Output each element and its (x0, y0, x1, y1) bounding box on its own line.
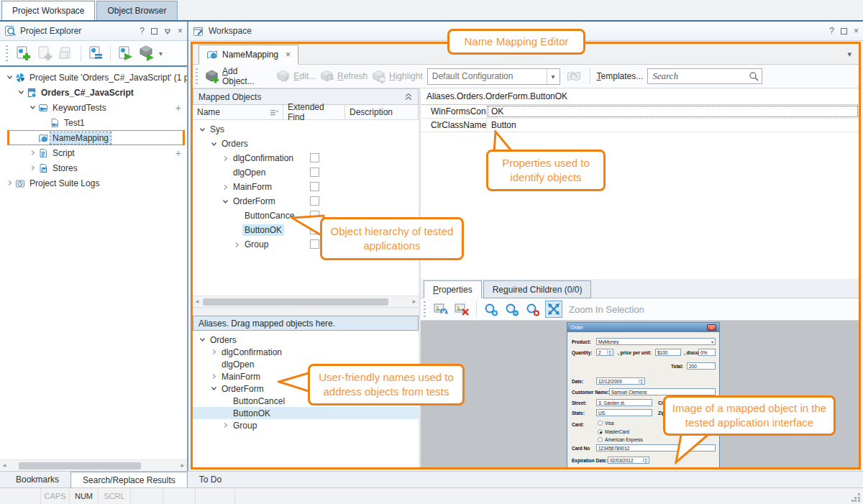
chevron-collapsed-icon[interactable] (220, 422, 231, 429)
tab-properties[interactable]: Properties (424, 280, 482, 298)
scrollbar-thumb[interactable] (19, 462, 141, 469)
tab-list-caret-icon[interactable]: ▾ (847, 50, 851, 59)
maximize-icon[interactable] (151, 28, 157, 35)
run-project-button[interactable] (116, 44, 134, 63)
chevron-expanded-icon[interactable] (16, 89, 27, 96)
open-item-button[interactable] (57, 44, 76, 63)
chevron-collapsed-icon[interactable] (209, 373, 219, 380)
bottom-tab-bookmarks[interactable]: Bookmarks (4, 472, 70, 487)
help-icon[interactable]: ? (829, 27, 834, 35)
property-row-clrclassname[interactable]: ClrClassNameButton (421, 119, 859, 132)
search-field[interactable] (647, 68, 762, 84)
tree-item-project-suite-logs[interactable]: Project Suite Logs (0, 175, 187, 191)
configuration-select[interactable]: Default Configuration ▾ (427, 68, 560, 85)
tree-item-mainform[interactable]: MainForm (193, 180, 419, 194)
add-child-icon[interactable]: + (175, 147, 181, 159)
tree-item-orders[interactable]: Orders (193, 334, 419, 346)
add-child-icon[interactable]: + (175, 102, 181, 114)
tree-item-orders-c-javascript[interactable]: Orders_C#_JavaScript (0, 85, 187, 100)
organize-tests-button[interactable] (86, 44, 105, 63)
extended-find-checkbox[interactable] (310, 168, 319, 177)
update-image-button[interactable] (432, 301, 449, 318)
tree-item-dlgconfirmation[interactable]: dlgConfirmation (193, 151, 419, 165)
toolbar-grip[interactable] (6, 45, 8, 61)
help-icon[interactable]: ? (140, 27, 145, 35)
tab-close-icon[interactable]: × (283, 50, 291, 60)
search-input[interactable] (652, 70, 749, 82)
property-value[interactable]: Button (487, 119, 859, 132)
tab-required-children-0-0[interactable]: Required Children (0/0) (483, 280, 592, 298)
collapse-panel-icon[interactable] (404, 93, 413, 101)
zoom-in-selection-button[interactable] (545, 301, 562, 318)
chevron-collapsed-icon[interactable] (232, 242, 242, 248)
add-item-button[interactable] (35, 44, 54, 63)
scroll-left-icon[interactable]: ◄ (194, 299, 200, 305)
project-explorer-hscrollbar[interactable]: ◄ ► (0, 459, 187, 471)
column-header-name[interactable]: Name (193, 105, 283, 119)
chevron-collapsed-icon[interactable] (209, 349, 219, 355)
chevron-expanded-icon[interactable] (4, 74, 15, 81)
chevron-expanded-icon[interactable] (209, 141, 219, 147)
toolbar-grip[interactable] (424, 301, 426, 317)
zoom-reset-button[interactable] (524, 301, 542, 318)
chevron-expanded-icon[interactable] (220, 198, 231, 205)
extended-find-checkbox[interactable] (310, 153, 319, 162)
chevron-expanded-icon[interactable] (209, 385, 219, 392)
tree-item-group[interactable]: Group (193, 419, 419, 431)
bottom-tab-search-replace-results[interactable]: Search/Replace Results (70, 472, 188, 487)
zoom-in-button[interactable] (483, 301, 500, 318)
run-dropdown-caret-icon[interactable]: ▾ (159, 50, 163, 58)
sort-icon[interactable] (270, 109, 278, 116)
tree-item-project-suite-orders-c-javascript-1-proje[interactable]: Project Suite 'Orders_C#_JavaScript' (1 … (0, 70, 187, 85)
templates-button[interactable]: Templates... (597, 71, 644, 81)
zoom-out-button[interactable] (503, 301, 521, 318)
tree-item-keywordtests[interactable]: KeywordTests+ (0, 100, 187, 115)
chevron-collapsed-icon[interactable] (27, 150, 38, 156)
extended-find-checkbox[interactable] (310, 196, 319, 206)
chevron-expanded-icon[interactable] (27, 104, 38, 111)
property-row-winformscontro[interactable]: WinFormsControOK (421, 105, 859, 119)
chevron-expanded-icon[interactable] (197, 127, 208, 133)
combo-caret-icon[interactable]: ▾ (547, 69, 560, 84)
run-test-button[interactable] (137, 44, 156, 63)
chevron-collapsed-icon[interactable] (27, 165, 38, 171)
tree-item-namemapping[interactable]: NameMapping (0, 130, 187, 145)
property-value[interactable]: OK (487, 105, 859, 118)
delete-image-button[interactable] (453, 301, 470, 318)
mapped-objects-hscrollbar[interactable]: ◄ ► (193, 295, 419, 307)
chevron-collapsed-icon[interactable] (220, 184, 231, 191)
refresh-button[interactable]: Refresh (320, 70, 367, 83)
close-icon[interactable]: × (854, 27, 859, 35)
tree-item-test1[interactable]: Test1 (0, 115, 187, 130)
column-header-description[interactable]: Description (345, 105, 419, 119)
window-tab-object-browser[interactable]: Object Browser (96, 1, 177, 20)
extended-find-checkbox[interactable] (310, 182, 319, 191)
tree-item-dlgopen[interactable]: dlgOpen (193, 165, 419, 180)
close-icon[interactable]: × (178, 27, 183, 35)
tree-item-script[interactable]: Script+ (0, 145, 187, 160)
tree-item-orderform[interactable]: OrderForm (193, 194, 419, 209)
tree-item-sys[interactable]: Sys (193, 122, 419, 137)
search-icon[interactable] (749, 71, 759, 81)
maximize-icon[interactable] (841, 28, 847, 35)
scroll-left-icon[interactable]: ◄ (1, 463, 7, 469)
scroll-right-icon[interactable]: ► (180, 463, 186, 469)
extended-find-checkbox[interactable] (310, 239, 319, 249)
scrollbar-thumb[interactable] (203, 298, 388, 306)
window-tab-project-workspace[interactable]: Project Workspace (1, 1, 95, 20)
pin-icon[interactable] (164, 27, 171, 35)
refresh-mapping-button[interactable] (565, 67, 583, 86)
edit-button[interactable]: Edit... (276, 70, 316, 83)
resize-grip[interactable] (851, 492, 861, 502)
add-project-button[interactable] (14, 44, 32, 63)
scroll-right-icon[interactable]: ► (411, 299, 417, 305)
tab-namemapping[interactable]: NameMapping × (198, 45, 298, 65)
tree-item-stores[interactable]: Stores (0, 160, 187, 175)
tree-item-buttonok[interactable]: ButtonOK (193, 407, 419, 419)
toolbar-grip[interactable] (196, 68, 198, 84)
add-object-button[interactable]: Add Object... (205, 66, 272, 86)
chevron-collapsed-icon[interactable] (220, 155, 231, 162)
tree-item-orders[interactable]: Orders (193, 137, 419, 151)
tree-item-dlgconfirmation[interactable]: dlgConfirmation (193, 346, 419, 358)
chevron-collapsed-icon[interactable] (4, 180, 15, 186)
